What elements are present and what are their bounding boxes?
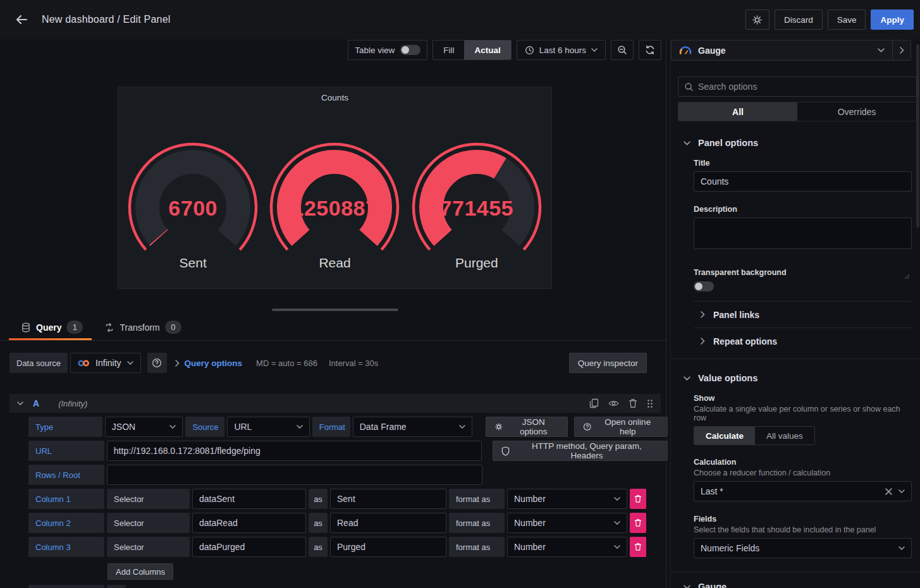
page-title: New dashboard / Edit Panel bbox=[42, 14, 171, 25]
datasource-picker[interactable]: Infinity bbox=[70, 353, 140, 373]
query-options-toggle[interactable]: Query options bbox=[175, 358, 243, 368]
pane-splitter[interactable] bbox=[666, 39, 666, 588]
query-row-header[interactable]: A (Infinity) bbox=[9, 394, 661, 413]
panel-options-section-header[interactable]: Panel options bbox=[684, 138, 920, 148]
open-online-help-button[interactable]: Open online help bbox=[574, 417, 668, 437]
column-format-select[interactable]: Number bbox=[507, 489, 627, 509]
type-select[interactable]: JSON bbox=[105, 417, 183, 437]
delete-query-trash-icon[interactable] bbox=[629, 398, 637, 408]
calculation-value: Last * bbox=[701, 486, 723, 496]
chevron-down-icon bbox=[459, 425, 465, 429]
selector-input[interactable] bbox=[192, 537, 306, 557]
chevron-down-icon bbox=[169, 425, 176, 429]
http-method-button[interactable]: HTTP method, Query param, Headers bbox=[493, 441, 668, 461]
save-button[interactable]: Save bbox=[828, 9, 866, 30]
tab-query[interactable]: Query 1 bbox=[21, 321, 83, 340]
fields-select[interactable]: Numeric Fields bbox=[694, 538, 912, 558]
zoom-out-button[interactable] bbox=[611, 40, 634, 60]
calculate-option[interactable]: Calculate bbox=[694, 427, 755, 444]
repeat-options-section-header[interactable]: Repeat options bbox=[701, 328, 920, 354]
value-options-content: Show Calculate a single value per column… bbox=[694, 394, 912, 558]
panel-links-section-header[interactable]: Panel links bbox=[701, 302, 920, 328]
visualization-select[interactable]: Gauge bbox=[672, 46, 892, 56]
url-input[interactable] bbox=[107, 441, 482, 461]
gauge-section-header[interactable]: Gauge bbox=[684, 582, 920, 588]
table-view-toggle[interactable] bbox=[400, 45, 420, 55]
transparent-background-toggle[interactable] bbox=[694, 281, 714, 291]
json-options-button[interactable]: JSON options bbox=[486, 417, 568, 437]
add-columns-button[interactable]: Add Columns bbox=[107, 563, 173, 580]
fields-label: Fields bbox=[694, 515, 912, 524]
tab-all[interactable]: All bbox=[678, 102, 797, 121]
drag-handle-icon[interactable] bbox=[647, 399, 653, 408]
url-label: URL bbox=[28, 441, 104, 461]
column-row-3: Column 3 Selector as format as Number bbox=[28, 537, 668, 557]
calculation-select[interactable]: Last * bbox=[694, 481, 912, 501]
value-options-section-header[interactable]: Value options bbox=[684, 373, 920, 383]
gauge-panel[interactable]: Counts 6700 Sent 1250887 bbox=[118, 87, 552, 289]
tab-transform[interactable]: Transform 0 bbox=[104, 321, 181, 340]
clear-icon[interactable] bbox=[885, 488, 892, 495]
all-values-option[interactable]: All values bbox=[755, 427, 814, 444]
options-scrollbar[interactable] bbox=[916, 44, 919, 228]
delete-column-button[interactable] bbox=[630, 513, 646, 533]
repeat-options-heading: Repeat options bbox=[713, 336, 777, 346]
panel-description-textarea[interactable] bbox=[694, 217, 912, 249]
refresh-button[interactable] bbox=[639, 40, 661, 60]
time-range-picker[interactable]: Last 6 hours bbox=[517, 40, 606, 60]
tab-overrides[interactable]: Overrides bbox=[797, 102, 916, 121]
rows-root-input[interactable] bbox=[107, 465, 482, 485]
source-value: URL bbox=[234, 422, 252, 432]
as-label: as bbox=[309, 489, 328, 509]
back-button[interactable] bbox=[10, 8, 33, 31]
column-row-2: Column 2 Selector as format as Number bbox=[28, 513, 668, 533]
source-label: Source bbox=[185, 417, 224, 437]
duplicate-query-icon[interactable] bbox=[589, 398, 599, 408]
selector-input[interactable] bbox=[192, 513, 306, 533]
actual-option[interactable]: Actual bbox=[464, 40, 510, 59]
search-icon bbox=[684, 82, 694, 92]
hide-query-eye-icon[interactable] bbox=[608, 399, 619, 408]
format-as-label: format as bbox=[449, 513, 505, 533]
tab-transform-label: Transform bbox=[120, 322, 159, 333]
alias-input[interactable] bbox=[330, 489, 446, 509]
query-row-actions bbox=[589, 398, 653, 408]
column-row-1: Column 1 Selector as format as Number bbox=[28, 489, 668, 509]
fill-option[interactable]: Fill bbox=[433, 40, 464, 59]
discard-button[interactable]: Discard bbox=[775, 9, 823, 30]
column-format-value: Number bbox=[514, 542, 546, 552]
alias-input[interactable] bbox=[330, 513, 446, 533]
question-circle-icon bbox=[152, 358, 162, 368]
chevron-down-icon bbox=[591, 48, 598, 52]
column-format-select[interactable]: Number bbox=[507, 537, 627, 557]
gauge-read: 1250887 Read bbox=[264, 137, 405, 271]
resize-grip-icon bbox=[904, 274, 910, 279]
gauge-figure: 771455 bbox=[407, 137, 546, 254]
source-select[interactable]: URL bbox=[227, 417, 309, 437]
panel-resize-handle[interactable] bbox=[272, 309, 398, 311]
format-select[interactable]: Data Frame bbox=[353, 417, 472, 437]
alias-input[interactable] bbox=[330, 537, 446, 557]
column-label: Column 2 bbox=[28, 513, 104, 533]
show-label: Show bbox=[694, 394, 912, 403]
column-format-select[interactable]: Number bbox=[507, 513, 627, 533]
panel-settings-button[interactable] bbox=[745, 9, 770, 30]
gauge-value: 6700 bbox=[123, 196, 262, 221]
clipped-label-cell bbox=[28, 585, 104, 588]
query-tabs: Query 1 Transform 0 bbox=[0, 316, 668, 341]
search-options-input[interactable] bbox=[698, 82, 911, 92]
datasource-help-button[interactable] bbox=[147, 353, 167, 373]
open-online-help-label: Open online help bbox=[596, 417, 659, 436]
url-row: URL HTTP method, Query param, Headers bbox=[28, 441, 668, 461]
selector-label: Selector bbox=[107, 513, 190, 533]
selector-input[interactable] bbox=[192, 489, 306, 509]
delete-column-button[interactable] bbox=[630, 489, 646, 509]
datasource-row: Data source Infinity Query options MD = … bbox=[0, 353, 668, 373]
toggle-viz-picker-button[interactable] bbox=[892, 40, 911, 60]
format-as-label: format as bbox=[449, 537, 505, 557]
query-inspector-button[interactable]: Query inspector bbox=[569, 353, 647, 373]
panel-title-input[interactable] bbox=[694, 171, 912, 192]
apply-button[interactable]: Apply bbox=[871, 9, 914, 30]
delete-column-button[interactable] bbox=[630, 537, 646, 557]
trash-icon bbox=[634, 518, 642, 527]
